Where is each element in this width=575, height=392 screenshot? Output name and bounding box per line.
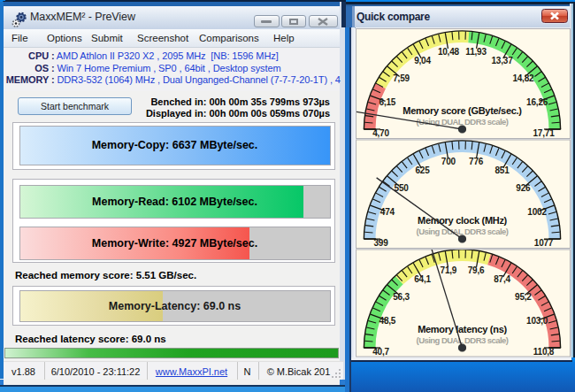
svg-text:(Using DUAL DDR3 scale): (Using DUAL DDR3 scale) — [416, 227, 508, 236]
svg-text:48,5: 48,5 — [379, 316, 395, 326]
svg-text:56,3: 56,3 — [393, 292, 410, 302]
svg-text:700: 700 — [441, 157, 456, 166]
svg-text:14,82: 14,82 — [512, 73, 534, 83]
svg-text:13,37: 13,37 — [491, 56, 513, 65]
svg-text:1077: 1077 — [533, 238, 553, 248]
svg-text:4,70: 4,70 — [372, 128, 389, 138]
svg-text:399: 399 — [373, 238, 388, 248]
svg-text:(Using DUAL DDR3 scale): (Using DUAL DDR3 scale) — [416, 335, 508, 345]
svg-text:Memory score (GByte/sec.): Memory score (GByte/sec.) — [402, 105, 522, 116]
svg-text:6,15: 6,15 — [379, 97, 395, 107]
svg-text:474: 474 — [380, 207, 395, 217]
svg-text:9,04: 9,04 — [414, 56, 431, 65]
svg-text:Memory latency (ns): Memory latency (ns) — [418, 324, 507, 334]
svg-text:625: 625 — [415, 165, 430, 175]
svg-text:16,26: 16,26 — [526, 97, 548, 107]
svg-text:7,59: 7,59 — [393, 73, 410, 83]
svg-text:1002: 1002 — [527, 207, 547, 217]
svg-text:95,2: 95,2 — [515, 292, 532, 302]
svg-text:11,93: 11,93 — [465, 47, 487, 57]
svg-text:17,71: 17,71 — [533, 128, 555, 138]
svg-text:87,4: 87,4 — [494, 274, 510, 284]
svg-text:926: 926 — [516, 183, 531, 193]
svg-text:40,7: 40,7 — [372, 347, 389, 357]
svg-text:103,0: 103,0 — [526, 316, 548, 326]
svg-text:(Using DUAL DDR3 scale): (Using DUAL DDR3 scale) — [416, 117, 508, 127]
svg-text:79,6: 79,6 — [467, 265, 484, 275]
svg-text:110,8: 110,8 — [533, 347, 554, 357]
svg-text:851: 851 — [494, 165, 510, 175]
svg-text:64,1: 64,1 — [414, 274, 431, 284]
svg-text:71,9: 71,9 — [440, 265, 456, 275]
svg-text:776: 776 — [469, 157, 484, 166]
svg-text:10,48: 10,48 — [437, 47, 459, 57]
